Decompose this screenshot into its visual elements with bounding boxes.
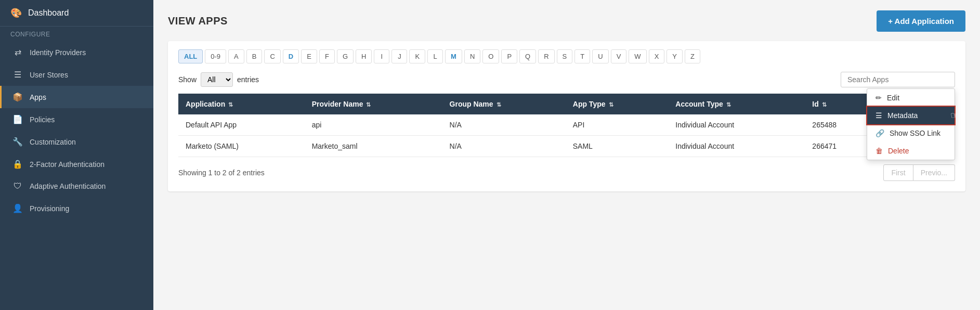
alpha-btn-J[interactable]: J xyxy=(391,49,407,63)
showing-text: Showing 1 to 2 of 2 entries xyxy=(178,169,265,177)
sidebar-item-label: Policies xyxy=(30,115,55,124)
alpha-btn-W[interactable]: W xyxy=(629,49,646,63)
entries-select[interactable]: All102550100 xyxy=(201,72,233,87)
alpha-btn-D[interactable]: D xyxy=(283,49,299,63)
sidebar-item-label: Adaptive Authentication xyxy=(30,182,106,190)
policies-icon: 📄 xyxy=(12,114,23,124)
cell-app_type-0: API xyxy=(566,114,669,136)
sidebar-item-label: User Stores xyxy=(30,71,68,79)
alpha-btn-T[interactable]: T xyxy=(574,49,590,63)
cell-account_type-1: Individual Account xyxy=(668,136,805,157)
sort-icon-app_type: ⇅ xyxy=(609,101,613,108)
show-entries-control: Show All102550100 entries xyxy=(178,72,259,87)
cell-app_type-1: SAML xyxy=(566,136,669,157)
alpha-btn-I[interactable]: I xyxy=(374,49,389,63)
apps-icon: 📦 xyxy=(12,92,23,102)
dropdown-item-edit[interactable]: ✏Edit xyxy=(867,89,955,107)
adaptive-auth-icon: 🛡 xyxy=(12,182,23,191)
alpha-btn-L[interactable]: L xyxy=(427,49,443,63)
metadata-icon: ☰ xyxy=(876,111,882,120)
alpha-btn-Z[interactable]: Z xyxy=(685,49,700,63)
filter-card: ALL0-9ABCDEFGHIJKLMNOPQRSTUVWXYZ Show Al… xyxy=(168,41,965,191)
show-sso-link-label: Show SSO Link xyxy=(890,129,940,137)
alpha-btn-P[interactable]: P xyxy=(501,49,517,63)
alpha-btn-F[interactable]: F xyxy=(319,49,335,63)
table-footer: Showing 1 to 2 of 2 entries First Previo… xyxy=(178,164,955,181)
customization-icon: 🔧 xyxy=(12,137,23,147)
sidebar-item-2factor[interactable]: 🔒2-Factor Authentication xyxy=(0,153,153,175)
col-header-group_name[interactable]: Group Name⇅ xyxy=(442,94,566,114)
sort-icon-provider_name: ⇅ xyxy=(366,101,371,108)
sidebar-item-policies[interactable]: 📄Policies xyxy=(0,108,153,131)
show-label: Show xyxy=(178,75,197,84)
show-sso-link-icon: 🔗 xyxy=(876,129,884,137)
sidebar-item-identity-providers[interactable]: ⇄Identity Providers xyxy=(0,41,153,63)
alpha-btn-A[interactable]: A xyxy=(228,49,244,63)
alpha-btn-X[interactable]: X xyxy=(649,49,665,63)
dashboard-label: Dashboard xyxy=(28,8,69,18)
sidebar-item-label: Identity Providers xyxy=(30,48,86,57)
previous-page-button[interactable]: Previo... xyxy=(913,164,955,181)
sidebar-item-provisioning[interactable]: 👤Provisioning xyxy=(0,197,153,219)
table-row: Default API AppapiN/AAPIIndividual Accou… xyxy=(178,114,955,136)
sidebar-item-user-stores[interactable]: ☰User Stores xyxy=(0,63,153,86)
dropdown-item-show-sso-link[interactable]: 🔗Show SSO Link xyxy=(867,124,955,142)
alpha-btn-G[interactable]: G xyxy=(337,49,354,63)
dropdown-item-delete[interactable]: 🗑Delete xyxy=(867,142,955,160)
sort-icon-application: ⇅ xyxy=(228,101,233,108)
sidebar-dashboard[interactable]: 🎨 Dashboard xyxy=(0,0,153,26)
delete-label: Delete xyxy=(888,147,909,155)
cell-account_type-0: Individual Account xyxy=(668,114,805,136)
dropdown-item-metadata[interactable]: ☰Metadata☞ xyxy=(867,107,955,124)
sidebar-item-apps[interactable]: 📦Apps xyxy=(0,86,153,108)
add-application-button[interactable]: + Add Application xyxy=(877,10,965,32)
first-page-button[interactable]: First xyxy=(883,164,913,181)
alpha-btn-U[interactable]: U xyxy=(592,49,608,63)
cell-group_name-1: N/A xyxy=(442,136,566,157)
alpha-btn-B[interactable]: B xyxy=(246,49,263,63)
cell-application-0: Default API App xyxy=(178,114,305,136)
alpha-btn-Y[interactable]: Y xyxy=(667,49,683,63)
col-header-account_type[interactable]: Account Type⇅ xyxy=(668,94,805,114)
search-input[interactable] xyxy=(841,72,955,87)
user-stores-icon: ☰ xyxy=(12,70,23,80)
provisioning-icon: 👤 xyxy=(12,203,23,213)
main-content: VIEW APPS + Add Application ALL0-9ABCDEF… xyxy=(153,0,980,310)
alpha-btn-C[interactable]: C xyxy=(264,49,280,63)
alpha-btn-O[interactable]: O xyxy=(482,49,499,63)
sidebar-nav: ⇄Identity Providers☰User Stores📦Apps📄Pol… xyxy=(0,41,153,219)
sidebar-item-label: Apps xyxy=(30,93,46,101)
cell-application-1: Marketo (SAML) xyxy=(178,136,305,157)
identity-providers-icon: ⇄ xyxy=(12,47,23,57)
sort-icon-account_type: ⇅ xyxy=(726,101,731,108)
cell-group_name-0: N/A xyxy=(442,114,566,136)
cursor-indicator: ☞ xyxy=(950,110,959,121)
table-body: Default API AppapiN/AAPIIndividual Accou… xyxy=(178,114,955,157)
alpha-btn-N[interactable]: N xyxy=(464,49,480,63)
alpha-btn-R[interactable]: R xyxy=(538,49,554,63)
alpha-btn-ALL[interactable]: ALL xyxy=(178,49,203,63)
alpha-btn-V[interactable]: V xyxy=(611,49,627,63)
alpha-btn-E[interactable]: E xyxy=(301,49,317,63)
metadata-label: Metadata xyxy=(887,111,918,120)
top-bar: VIEW APPS + Add Application xyxy=(168,10,965,32)
cell-provider_name-1: Marketo_saml xyxy=(305,136,442,157)
sidebar-item-label: Provisioning xyxy=(30,204,69,213)
dashboard-icon: 🎨 xyxy=(10,7,22,19)
alpha-btn-H[interactable]: H xyxy=(356,49,372,63)
alpha-btn-M[interactable]: M xyxy=(445,49,462,63)
col-header-application[interactable]: Application⇅ xyxy=(178,94,305,114)
alphabet-filter: ALL0-9ABCDEFGHIJKLMNOPQRSTUVWXYZ xyxy=(178,49,955,63)
2factor-icon: 🔒 xyxy=(12,159,23,169)
col-header-app_type[interactable]: App Type⇅ xyxy=(566,94,669,114)
alpha-btn-S[interactable]: S xyxy=(557,49,573,63)
sidebar-item-adaptive-auth[interactable]: 🛡Adaptive Authentication xyxy=(0,175,153,197)
alpha-btn-0-9[interactable]: 0-9 xyxy=(205,49,226,63)
sidebar-item-customization[interactable]: 🔧Customization xyxy=(0,131,153,153)
apps-table: Application⇅Provider Name⇅Group Name⇅App… xyxy=(178,94,955,157)
alpha-btn-Q[interactable]: Q xyxy=(519,49,536,63)
configure-section-label: Configure xyxy=(0,26,153,41)
sort-icon-id: ⇅ xyxy=(822,101,827,108)
col-header-provider_name[interactable]: Provider Name⇅ xyxy=(305,94,442,114)
alpha-btn-K[interactable]: K xyxy=(409,49,425,63)
